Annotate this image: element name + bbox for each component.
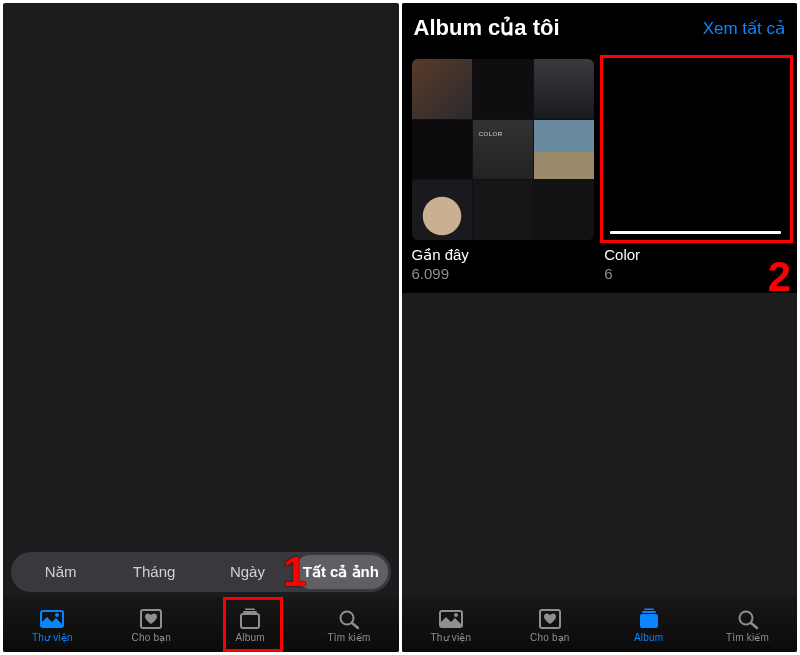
tab-for-you-label: Cho bạn	[131, 632, 171, 643]
album-color-name: Color	[604, 246, 787, 264]
tab-bar: Thư viện Cho bạn Album Tìm kiếm	[402, 597, 798, 652]
tab-search[interactable]: Tìm kiếm	[300, 598, 399, 652]
tab-library-label: Thư viện	[32, 632, 73, 643]
segment-year[interactable]: Năm	[14, 555, 107, 589]
tab-for-you[interactable]: Cho bạn	[102, 598, 201, 652]
svg-rect-5	[245, 608, 255, 610]
albums-icon	[636, 608, 662, 630]
search-icon	[735, 608, 761, 630]
svg-rect-13	[644, 608, 654, 610]
phone-right: Album của tôi Xem tất cả Gần đây 6.099 C…	[402, 3, 798, 652]
album-color[interactable]: Color 6	[604, 59, 787, 283]
segment-all-photos[interactable]: Tất cả ảnh	[294, 555, 387, 589]
svg-line-15	[751, 623, 757, 628]
my-albums-title: Album của tôi	[414, 15, 560, 41]
tab-for-you[interactable]: Cho bạn	[500, 598, 599, 652]
album-color-count: 6	[604, 264, 787, 284]
svg-rect-12	[642, 611, 656, 613]
svg-rect-4	[243, 611, 257, 613]
time-segment-control[interactable]: Năm Tháng Ngày Tất cả ảnh	[11, 552, 391, 592]
svg-point-9	[454, 613, 458, 617]
tab-library[interactable]: Thư viện	[3, 598, 102, 652]
segment-day[interactable]: Ngày	[201, 555, 294, 589]
annotation-number-1: 1	[283, 548, 306, 596]
tab-for-you-label: Cho bạn	[530, 632, 570, 643]
tab-album[interactable]: Album	[201, 598, 300, 652]
albums-header: Album của tôi Xem tất cả	[402, 3, 798, 53]
svg-rect-11	[640, 614, 658, 628]
tab-library-label: Thư viện	[431, 632, 472, 643]
segment-month[interactable]: Tháng	[107, 555, 200, 589]
annotation-number-2: 2	[768, 253, 791, 301]
album-recents[interactable]: Gần đây 6.099	[412, 59, 595, 283]
album-recents-count: 6.099	[412, 264, 595, 284]
tab-search[interactable]: Tìm kiếm	[698, 598, 797, 652]
search-icon	[336, 608, 362, 630]
phone-left: Năm Tháng Ngày Tất cả ảnh Thư viện Cho b…	[3, 3, 399, 652]
svg-rect-3	[241, 614, 259, 628]
album-recents-name: Gần đây	[412, 246, 595, 264]
tab-album[interactable]: Album	[599, 598, 698, 652]
svg-line-7	[352, 623, 358, 628]
see-all-link[interactable]: Xem tất cả	[703, 18, 785, 39]
heart-square-icon	[537, 608, 563, 630]
tab-search-label: Tìm kiếm	[726, 632, 769, 643]
tab-library[interactable]: Thư viện	[402, 598, 501, 652]
albums-screen-body	[402, 293, 798, 597]
tab-album-label: Album	[236, 632, 265, 643]
photos-icon	[39, 608, 65, 630]
album-color-thumb	[604, 59, 787, 240]
album-recents-thumb	[412, 59, 595, 240]
photos-icon	[438, 608, 464, 630]
albums-row: Gần đây 6.099 Color 6	[402, 53, 798, 293]
svg-point-1	[55, 613, 59, 617]
albums-icon	[237, 608, 263, 630]
tab-search-label: Tìm kiếm	[327, 632, 370, 643]
tab-album-label: Album	[634, 632, 663, 643]
heart-square-icon	[138, 608, 164, 630]
tab-bar: Thư viện Cho bạn Album Tìm kiếm	[3, 597, 399, 652]
